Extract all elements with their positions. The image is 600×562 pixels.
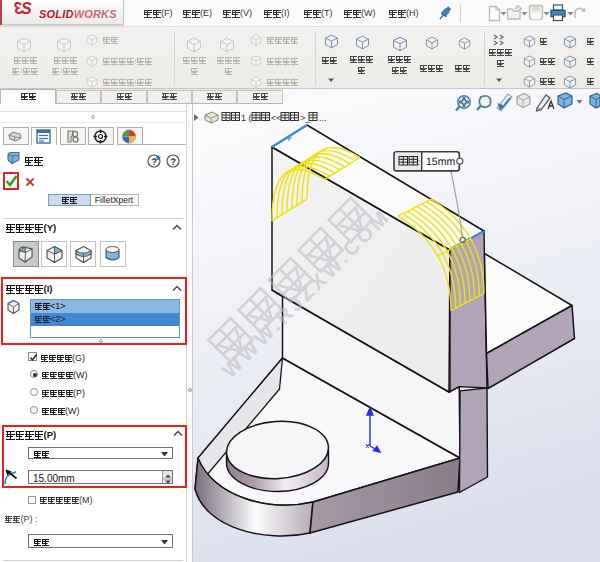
svg-text:?: ? (151, 157, 157, 168)
svg-text::: : (418, 157, 421, 167)
svg-text:<<: << (271, 113, 282, 123)
svg-text:...: ... (319, 113, 327, 123)
svg-text:1 (: 1 ( (241, 113, 252, 123)
svg-text:?: ? (170, 157, 176, 168)
svg-text:15mm: 15mm (426, 156, 455, 168)
